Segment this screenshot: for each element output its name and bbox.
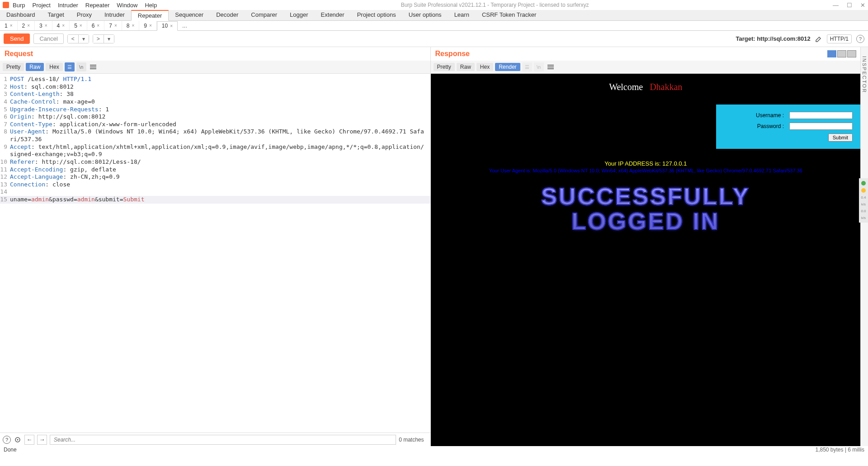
close-icon[interactable]: ✕ — [860, 2, 865, 9]
close-icon[interactable]: × — [10, 23, 13, 28]
hamburger-icon[interactable] — [88, 63, 98, 71]
status-left: Done — [4, 447, 17, 454]
layout-vertical-icon[interactable] — [837, 50, 846, 57]
subtab-more[interactable]: ... — [178, 21, 192, 30]
close-icon[interactable]: × — [80, 23, 82, 28]
close-icon[interactable]: × — [132, 23, 134, 28]
view-hex[interactable]: Hex — [476, 63, 493, 71]
history-forward-button[interactable]: > — [93, 35, 104, 43]
submit-button[interactable]: Submit — [828, 133, 853, 142]
subtab-2[interactable]: 2× — [18, 21, 35, 30]
close-icon[interactable]: × — [27, 23, 30, 28]
view-hex[interactable]: Hex — [46, 63, 62, 71]
edit-target-icon[interactable] — [815, 35, 822, 43]
tab-dashboard[interactable]: Dashboard — [0, 10, 42, 20]
search-matches: 0 matches — [399, 437, 427, 443]
hamburger-icon[interactable] — [546, 63, 556, 71]
subtab-1[interactable]: 1× — [0, 21, 18, 30]
subtab-8[interactable]: 8× — [122, 21, 140, 30]
search-prev-button[interactable]: ← — [24, 435, 34, 445]
subtab-6[interactable]: 6× — [87, 21, 105, 30]
help-icon[interactable]: ? — [856, 35, 864, 43]
close-icon[interactable]: × — [97, 23, 99, 28]
subtab-4[interactable]: 4× — [52, 21, 70, 30]
username-input[interactable] — [789, 112, 853, 119]
help-icon[interactable]: ? — [3, 436, 11, 444]
menu-repeater[interactable]: Repeater — [85, 2, 109, 9]
password-label: Password : — [757, 123, 784, 129]
maximize-icon[interactable]: ☐ — [847, 2, 852, 9]
response-viewbar: Pretty Raw Hex Render ☰ \n — [431, 61, 861, 74]
tab-user-options[interactable]: User options — [402, 10, 448, 20]
close-icon[interactable]: × — [149, 23, 152, 28]
user-agent-line: Your User Agent is: Mozilla/5.0 (Windows… — [431, 168, 861, 173]
tab-learn[interactable]: Learn — [448, 10, 476, 20]
http-version[interactable]: HTTP/1 — [827, 34, 852, 43]
close-icon[interactable]: × — [62, 23, 65, 28]
subtab-10[interactable]: 10× — [157, 21, 178, 31]
history-back-button[interactable]: < — [68, 35, 79, 43]
password-input[interactable] — [789, 123, 853, 130]
history-nav: < ▾ — [67, 34, 89, 43]
rate-unit: k/s — [861, 216, 866, 220]
layout-horizontal-icon[interactable] — [827, 50, 836, 57]
tab-project-options[interactable]: Project options — [351, 10, 402, 20]
tab-target[interactable]: Target — [42, 10, 71, 20]
menu-window[interactable]: Window — [117, 2, 137, 9]
welcome-heading: Welcome Dhakkan — [431, 82, 861, 92]
response-pane: Response Pretty Raw Hex Render ☰ \n Welc… — [431, 47, 861, 446]
request-editor[interactable]: 1POST /Less-18/ HTTP/1.12Host: sql.com:8… — [0, 74, 430, 433]
history-back-dropdown[interactable]: ▾ — [79, 35, 89, 43]
subtab-9[interactable]: 9× — [139, 21, 157, 30]
inspector-panel[interactable]: INSPECTOR — [860, 47, 868, 446]
view-pretty[interactable]: Pretty — [3, 63, 24, 71]
view-raw[interactable]: Raw — [457, 63, 475, 71]
menu-intruder[interactable]: Intruder — [58, 2, 78, 9]
search-next-button[interactable]: → — [37, 435, 47, 445]
actions-icon[interactable]: ☰ — [522, 62, 532, 71]
menu-help[interactable]: Help — [145, 2, 157, 9]
layout-combined-icon[interactable] — [847, 50, 856, 57]
login-form: Username : Password : Submit — [716, 105, 861, 149]
tab-proxy[interactable]: Proxy — [71, 10, 98, 20]
layout-buttons — [826, 50, 856, 57]
close-icon[interactable]: × — [45, 23, 47, 28]
menu-project[interactable]: Project — [32, 2, 50, 9]
tab-comparer[interactable]: Comparer — [245, 10, 283, 20]
request-pane: Request Pretty Raw Hex ☰ \n 1POST /Less-… — [0, 47, 431, 446]
tab-intruder[interactable]: Intruder — [98, 10, 131, 20]
success-heading: SUCCESSFULLYLOGGED IN — [431, 184, 861, 233]
newline-icon[interactable]: \n — [534, 62, 544, 71]
view-pretty[interactable]: Pretty — [434, 63, 455, 71]
menu-burp[interactable]: Burp — [13, 2, 25, 9]
tab-repeater[interactable]: Repeater — [131, 10, 169, 21]
actions-icon[interactable]: ☰ — [65, 62, 75, 71]
request-searchbar: ? ← → 0 matches — [0, 433, 430, 446]
close-icon[interactable]: × — [114, 23, 117, 28]
minimize-icon[interactable]: — — [833, 2, 839, 9]
gear-icon[interactable] — [14, 436, 22, 444]
app-logo — [3, 2, 9, 8]
tab-logger[interactable]: Logger — [283, 10, 314, 20]
tab-extender[interactable]: Extender — [315, 10, 351, 20]
request-viewbar: Pretty Raw Hex ☰ \n — [0, 61, 430, 74]
tab-sequencer[interactable]: Sequencer — [169, 10, 210, 20]
history-forward-dropdown[interactable]: ▾ — [104, 35, 114, 43]
tab-csrf-tracker[interactable]: CSRF Token Tracker — [476, 10, 542, 20]
send-button[interactable]: Send — [4, 33, 30, 44]
status-dot-green — [861, 181, 866, 185]
close-icon[interactable]: × — [170, 24, 173, 29]
subtab-3[interactable]: 3× — [35, 21, 52, 30]
statusbar: Done 1,850 bytes | 6 millis — [0, 446, 868, 454]
cancel-button[interactable]: Cancel — [33, 33, 63, 44]
subtab-5[interactable]: 5× — [70, 21, 87, 30]
newline-icon[interactable]: \n — [76, 62, 86, 71]
panes-container: Request Pretty Raw Hex ☰ \n 1POST /Less-… — [0, 47, 868, 446]
repeater-subtabs: 1× 2× 3× 4× 5× 6× 7× 8× 9× 10× ... — [0, 21, 868, 31]
view-render[interactable]: Render — [495, 63, 520, 71]
subtab-7[interactable]: 7× — [104, 21, 122, 30]
view-raw[interactable]: Raw — [26, 63, 44, 71]
response-title: Response — [435, 50, 470, 58]
search-input[interactable] — [50, 435, 396, 445]
tab-decoder[interactable]: Decoder — [210, 10, 245, 20]
